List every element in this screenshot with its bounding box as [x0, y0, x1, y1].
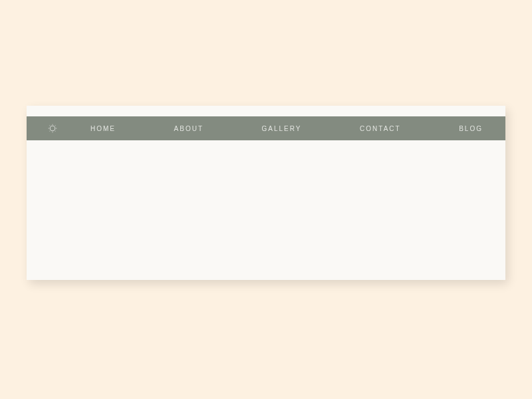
svg-point-0	[50, 126, 55, 131]
navbar: HOME ABOUT GALLERY CONTACT BLOG	[27, 116, 505, 140]
nav-blog[interactable]: BLOG	[459, 125, 483, 132]
sun-outline-icon	[47, 122, 59, 134]
card-top-strip	[27, 106, 505, 116]
nav-gallery[interactable]: GALLERY	[262, 125, 302, 132]
nav-contact[interactable]: CONTACT	[360, 125, 401, 132]
nav-home[interactable]: HOME	[90, 125, 116, 132]
nav-items: HOME ABOUT GALLERY CONTACT BLOG	[90, 125, 487, 132]
nav-about[interactable]: ABOUT	[174, 125, 203, 132]
page-card: HOME ABOUT GALLERY CONTACT BLOG	[27, 106, 505, 280]
card-content	[27, 140, 505, 280]
